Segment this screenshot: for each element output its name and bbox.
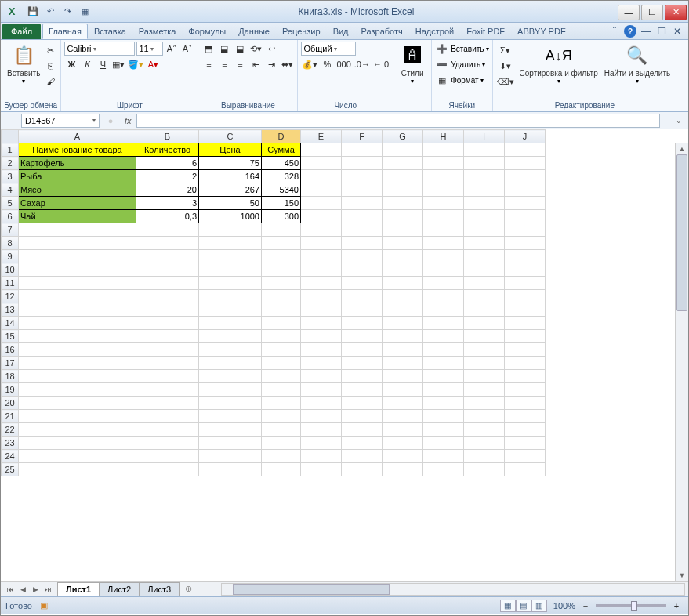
cell-E9[interactable] xyxy=(301,250,342,263)
tab-review[interactable]: Рецензир xyxy=(276,24,327,39)
cell-C5[interactable]: 50 xyxy=(199,197,262,210)
cell-H18[interactable] xyxy=(423,370,464,383)
cell-A2[interactable]: Картофель xyxy=(19,157,136,170)
cell-E15[interactable] xyxy=(301,330,342,343)
cell-G7[interactable] xyxy=(383,223,423,237)
cell-F2[interactable] xyxy=(342,157,383,170)
cell-J25[interactable] xyxy=(505,463,546,476)
tab-layout[interactable]: Разметка xyxy=(132,24,183,39)
cell-H7[interactable] xyxy=(423,223,464,237)
cell-G19[interactable] xyxy=(383,383,423,397)
increase-indent-icon[interactable]: ⇥ xyxy=(264,57,278,71)
cell-I22[interactable] xyxy=(464,423,505,437)
cell-E23[interactable] xyxy=(301,437,342,450)
decrease-decimal-icon[interactable]: ←.0 xyxy=(372,57,390,71)
expand-formula-icon[interactable]: ⌄ xyxy=(676,117,688,125)
cell-A6[interactable]: Чай xyxy=(19,210,136,223)
cell-D4[interactable]: 5340 xyxy=(262,183,301,197)
tab-nav-prev[interactable]: ◀ xyxy=(16,583,29,596)
cell-G13[interactable] xyxy=(383,303,423,317)
cell-D3[interactable]: 328 xyxy=(262,170,301,183)
cell-J3[interactable] xyxy=(505,170,546,183)
help-icon[interactable]: ? xyxy=(624,25,636,38)
format-painter-button[interactable]: 🖌 xyxy=(43,74,57,89)
row-header-20[interactable]: 20 xyxy=(2,397,19,410)
zoom-out-button[interactable]: − xyxy=(578,599,593,613)
zoom-slider[interactable] xyxy=(596,604,666,607)
cell-A7[interactable] xyxy=(19,223,136,237)
cell-J8[interactable] xyxy=(505,237,546,250)
cell-J4[interactable] xyxy=(505,183,546,197)
cell-C25[interactable] xyxy=(199,463,262,476)
cell-G18[interactable] xyxy=(383,370,423,383)
cell-C3[interactable]: 164 xyxy=(199,170,262,183)
cell-J1[interactable] xyxy=(505,143,546,157)
cell-C16[interactable] xyxy=(199,343,262,357)
minimize-button[interactable]: — xyxy=(618,5,640,20)
row-header-2[interactable]: 2 xyxy=(2,157,19,170)
tab-nav-next[interactable]: ▶ xyxy=(29,583,42,596)
cell-A8[interactable] xyxy=(19,237,136,250)
underline-button[interactable]: Ч xyxy=(96,57,110,71)
cell-H3[interactable] xyxy=(423,170,464,183)
cell-E10[interactable] xyxy=(301,263,342,277)
cell-A5[interactable]: Сахар xyxy=(19,197,136,210)
cell-G20[interactable] xyxy=(383,397,423,410)
cell-D8[interactable] xyxy=(262,237,301,250)
cell-I2[interactable] xyxy=(464,157,505,170)
row-header-19[interactable]: 19 xyxy=(2,383,19,397)
clear-icon[interactable]: ⌫▾ xyxy=(496,74,515,89)
cell-C12[interactable] xyxy=(199,290,262,303)
fx-button[interactable]: fx xyxy=(120,116,136,125)
cell-J23[interactable] xyxy=(505,437,546,450)
cell-E16[interactable] xyxy=(301,343,342,357)
cell-G15[interactable] xyxy=(383,330,423,343)
shrink-font-icon[interactable]: A˅ xyxy=(180,42,194,56)
cell-I24[interactable] xyxy=(464,450,505,463)
cell-J11[interactable] xyxy=(505,277,546,290)
copy-button[interactable]: ⎘ xyxy=(43,59,57,73)
cell-E1[interactable] xyxy=(301,143,342,157)
cell-B7[interactable] xyxy=(136,223,199,237)
cell-G25[interactable] xyxy=(383,463,423,476)
cell-D17[interactable] xyxy=(262,357,301,370)
cell-C14[interactable] xyxy=(199,317,262,330)
cell-J24[interactable] xyxy=(505,450,546,463)
cell-H10[interactable] xyxy=(423,263,464,277)
grow-font-icon[interactable]: A˄ xyxy=(165,42,179,56)
comma-icon[interactable]: 000 xyxy=(335,57,351,71)
cell-D13[interactable] xyxy=(262,303,301,317)
cell-H24[interactable] xyxy=(423,450,464,463)
cell-E13[interactable] xyxy=(301,303,342,317)
cell-E22[interactable] xyxy=(301,423,342,437)
cell-E20[interactable] xyxy=(301,397,342,410)
cell-B4[interactable]: 20 xyxy=(136,183,199,197)
decrease-indent-icon[interactable]: ⇤ xyxy=(248,57,263,71)
cell-H5[interactable] xyxy=(423,197,464,210)
spreadsheet-grid[interactable]: ABCDEFGHIJ1Наименование товараКоличество… xyxy=(1,129,546,476)
row-header-1[interactable]: 1 xyxy=(2,143,19,157)
cell-D16[interactable] xyxy=(262,343,301,357)
cell-A12[interactable] xyxy=(19,290,136,303)
cell-F7[interactable] xyxy=(342,223,383,237)
save-button[interactable]: 💾 xyxy=(26,5,40,19)
cell-B14[interactable] xyxy=(136,317,199,330)
col-header-I[interactable]: I xyxy=(464,130,505,143)
cell-I3[interactable] xyxy=(464,170,505,183)
align-middle-icon[interactable]: ⬓ xyxy=(217,42,231,56)
cell-B18[interactable] xyxy=(136,370,199,383)
cell-E25[interactable] xyxy=(301,463,342,476)
row-header-21[interactable]: 21 xyxy=(2,410,19,423)
cell-J9[interactable] xyxy=(505,250,546,263)
col-header-A[interactable]: A xyxy=(19,130,136,143)
font-color-button[interactable]: A▾ xyxy=(146,57,160,71)
cell-D6[interactable]: 300 xyxy=(262,210,301,223)
zoom-level[interactable]: 100% xyxy=(553,601,575,611)
cell-H23[interactable] xyxy=(423,437,464,450)
undo-button[interactable]: ↶ xyxy=(43,5,57,19)
cell-D25[interactable] xyxy=(262,463,301,476)
cell-E24[interactable] xyxy=(301,450,342,463)
delete-cells-button[interactable]: ➖ xyxy=(435,57,449,71)
cell-D22[interactable] xyxy=(262,423,301,437)
row-header-3[interactable]: 3 xyxy=(2,170,19,183)
